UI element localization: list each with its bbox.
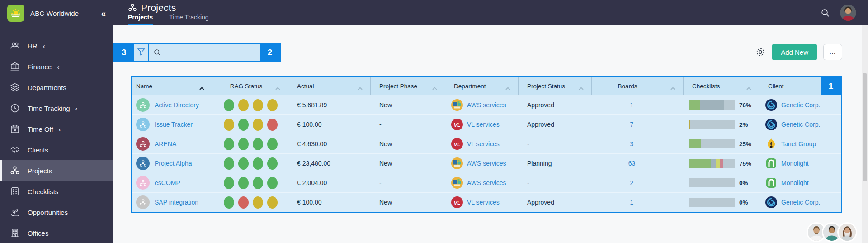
table-row[interactable]: Issue Tracker € 100.00 - VL VL services … bbox=[132, 114, 841, 134]
filter-funnel-icon bbox=[137, 48, 146, 58]
rag-dot bbox=[224, 99, 234, 111]
client-link[interactable]: Tanet Group bbox=[781, 140, 816, 148]
table-row[interactable]: ARENA € 4,630.00 New VL VL services - 3 … bbox=[132, 134, 841, 153]
tab-projects[interactable]: Projects bbox=[128, 14, 153, 25]
cell-checklists: 0% bbox=[684, 173, 760, 192]
column-header-project-status[interactable]: Project Status bbox=[519, 77, 592, 95]
client-link[interactable]: Genetic Corp. bbox=[781, 121, 820, 128]
column-header-actual[interactable]: Actual bbox=[288, 77, 371, 95]
cell-project-status: Approved bbox=[519, 95, 592, 114]
table-row[interactable]: SAP integration € 100.00 New VL VL servi… bbox=[132, 192, 841, 212]
boards-count-link[interactable]: 3 bbox=[630, 140, 634, 148]
department-link[interactable]: AWS services bbox=[467, 101, 506, 109]
rag-dot bbox=[224, 119, 234, 131]
chevron-left-icon[interactable]: ‹ bbox=[59, 126, 61, 133]
cell-actual: € 5,681.89 bbox=[288, 95, 371, 114]
aws-services-logo bbox=[451, 99, 463, 111]
column-header-boards[interactable]: Boards bbox=[592, 77, 684, 95]
boards-count-link[interactable]: 7 bbox=[630, 121, 634, 128]
column-header-checklists[interactable]: Checklists bbox=[684, 77, 760, 95]
sort-icon bbox=[432, 85, 437, 88]
column-header-department[interactable]: Department bbox=[445, 77, 519, 95]
boards-count-link[interactable]: 2 bbox=[630, 179, 634, 186]
table-row[interactable]: esCOMP € 2,004.00 - AWS services - 2 0% … bbox=[132, 173, 841, 192]
chevron-left-icon[interactable]: ‹ bbox=[75, 105, 78, 112]
client-link[interactable]: Genetic Corp. bbox=[781, 199, 820, 206]
global-search-icon[interactable] bbox=[821, 8, 830, 18]
checklist-percent: 25% bbox=[739, 141, 751, 148]
rag-dot bbox=[238, 196, 249, 209]
chevron-left-icon[interactable]: ‹ bbox=[57, 63, 59, 70]
sidebar-item-opportunities[interactable]: Opportunities bbox=[0, 202, 113, 223]
user-avatar[interactable] bbox=[840, 5, 856, 21]
department-link[interactable]: VL services bbox=[467, 199, 500, 206]
add-new-button[interactable]: Add New bbox=[772, 44, 817, 60]
department-link[interactable]: AWS services bbox=[467, 160, 506, 167]
sidebar-item-hr[interactable]: HR ‹ bbox=[0, 35, 113, 56]
project-name-link[interactable]: Issue Tracker bbox=[155, 121, 193, 128]
table-header-row: Name RAG Status Actual Project Phase Dep… bbox=[132, 77, 841, 95]
boards-count-link[interactable]: 1 bbox=[630, 199, 634, 206]
sidebar-item-time-off[interactable]: Time Off ‹ bbox=[0, 119, 113, 139]
vertical-scrollbar[interactable] bbox=[862, 25, 868, 243]
department-link[interactable]: VL services bbox=[467, 140, 500, 148]
rag-status-cell bbox=[212, 154, 288, 173]
sidebar-item-offices[interactable]: Offices bbox=[0, 223, 113, 243]
column-header-rag-status[interactable]: RAG Status bbox=[212, 77, 288, 95]
cell-name: Project Alpha bbox=[132, 154, 212, 173]
sidebar-item-finance[interactable]: Finance ‹ bbox=[0, 56, 113, 77]
cell-project-phase: New bbox=[371, 95, 445, 114]
rag-dot bbox=[267, 99, 278, 111]
column-header-project-phase[interactable]: Project Phase bbox=[371, 77, 445, 95]
department-link[interactable]: VL services bbox=[467, 121, 500, 128]
project-name-link[interactable]: ARENA bbox=[155, 140, 176, 148]
filter-search-bar: 3 2 bbox=[113, 43, 281, 62]
tab-time-tracking[interactable]: Time Tracking bbox=[169, 14, 208, 25]
client-link[interactable]: Genetic Corp. bbox=[781, 101, 820, 109]
sidebar-nav: HR ‹ Finance ‹ Departments Time bbox=[0, 35, 113, 243]
sidebar-item-label: HR bbox=[28, 42, 38, 50]
filter-button[interactable] bbox=[134, 44, 149, 61]
cell-client: Monolight bbox=[760, 154, 841, 173]
search-input[interactable] bbox=[165, 48, 260, 57]
page-title: Projects bbox=[141, 2, 176, 13]
tabs-overflow-icon[interactable]: … bbox=[225, 13, 232, 25]
cell-checklists: 75% bbox=[684, 154, 760, 173]
department-icon-slot: VL bbox=[451, 138, 463, 150]
sidebar-item-projects[interactable]: Projects bbox=[0, 160, 113, 181]
more-options-button[interactable]: ... bbox=[823, 44, 842, 60]
column-header-name[interactable]: Name bbox=[132, 77, 212, 95]
rag-status-cell bbox=[212, 193, 288, 212]
client-link[interactable]: Monolight bbox=[781, 179, 809, 186]
rag-dot bbox=[238, 138, 249, 150]
cell-project-phase: New bbox=[371, 134, 445, 153]
sidebar-item-departments[interactable]: Departments bbox=[0, 77, 113, 98]
sidebar-item-checklists[interactable]: Checklists bbox=[0, 181, 113, 202]
sidebar-item-clients[interactable]: Clients bbox=[0, 139, 113, 160]
vl-services-logo: VL bbox=[451, 196, 463, 208]
project-name-link[interactable]: Active Directory bbox=[155, 101, 199, 109]
project-avatar bbox=[136, 98, 150, 112]
cell-project-status: Planning bbox=[519, 154, 592, 173]
cell-checklists: 25% bbox=[684, 134, 760, 153]
search-field bbox=[149, 44, 260, 61]
gear-icon[interactable] bbox=[755, 47, 766, 57]
cell-boards: 2 bbox=[592, 173, 684, 192]
project-name-link[interactable]: SAP integration bbox=[155, 199, 198, 206]
layers-icon bbox=[10, 82, 20, 92]
scrollbar-thumb[interactable] bbox=[863, 73, 867, 181]
sidebar-collapse-icon[interactable]: « bbox=[101, 9, 106, 18]
boards-count-link[interactable]: 63 bbox=[628, 160, 636, 167]
department-link[interactable]: AWS services bbox=[467, 179, 506, 186]
user-avatar[interactable] bbox=[837, 222, 857, 242]
project-name-link[interactable]: esCOMP bbox=[155, 179, 180, 186]
sort-icon bbox=[275, 85, 280, 88]
svg-text:VL: VL bbox=[454, 200, 461, 205]
client-link[interactable]: Monolight bbox=[781, 160, 809, 167]
sidebar-item-time-tracking[interactable]: Time Tracking ‹ bbox=[0, 98, 113, 119]
project-name-link[interactable]: Project Alpha bbox=[155, 160, 192, 167]
boards-count-link[interactable]: 1 bbox=[630, 101, 634, 109]
chevron-left-icon[interactable]: ‹ bbox=[43, 43, 45, 49]
table-row[interactable]: Active Directory € 5,681.89 New AWS serv… bbox=[132, 95, 841, 114]
table-row[interactable]: Project Alpha € 23,480.00 New AWS servic… bbox=[132, 153, 841, 173]
